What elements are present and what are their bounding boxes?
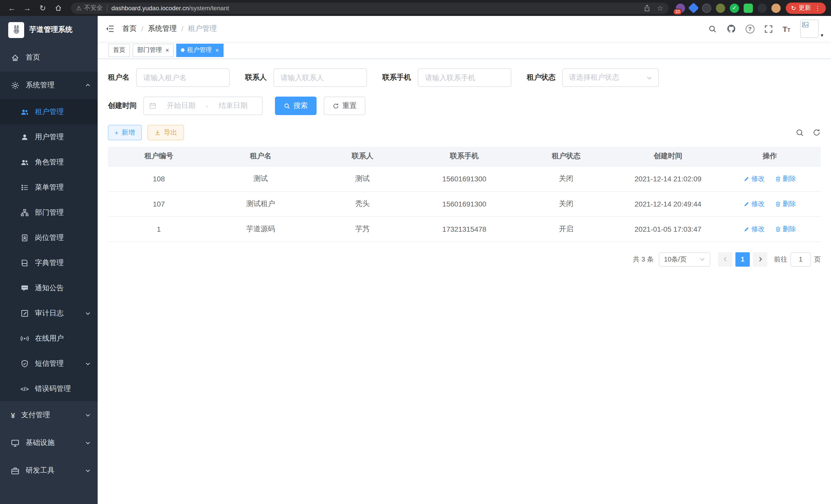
page-size-select[interactable]: 10条/页 [659, 252, 710, 266]
cell-tenant-name: 芋道源码 [210, 216, 311, 241]
extension-icon[interactable]: ✓ [730, 3, 739, 12]
org-chart-icon [21, 208, 29, 216]
sidebar-item-error-code-management[interactable]: </> 错误码管理 [0, 376, 98, 401]
tab-tenant-management[interactable]: 租户管理 × [176, 43, 224, 57]
browser-forward-button[interactable]: → [21, 1, 34, 14]
browser-update-button[interactable]: ↻ 更新 ⋮ [786, 2, 826, 13]
toggle-search-icon[interactable] [796, 128, 804, 137]
export-button[interactable]: 导出 [147, 125, 184, 140]
url-text: dashboard.yudao.iocoder.cn/system/tenant [112, 4, 229, 11]
delete-link[interactable]: 删除 [775, 199, 796, 208]
create-time-range-picker[interactable]: 开始日期 - 结束日期 [143, 97, 263, 115]
edit-link[interactable]: 修改 [744, 224, 765, 234]
avatar-image-placeholder [800, 20, 819, 38]
add-button[interactable]: + 新增 [108, 125, 142, 140]
browser-reload-button[interactable]: ↻ [36, 1, 49, 14]
extension-icon[interactable] [757, 3, 767, 12]
header-search-icon[interactable] [708, 24, 717, 33]
sidebar-item-dict-management[interactable]: 字典管理 [0, 250, 98, 275]
status-select[interactable]: 请选择租户状态 [562, 68, 659, 87]
breadcrumb-separator: / [181, 25, 183, 33]
edit-link[interactable]: 修改 [744, 199, 765, 208]
phone-input[interactable] [418, 68, 511, 87]
search-button[interactable]: 搜索 [275, 97, 317, 115]
calendar-icon [149, 102, 156, 110]
browser-menu-icon[interactable]: ⋮ [814, 4, 821, 11]
browser-home-button[interactable] [51, 1, 65, 14]
id-badge-icon [21, 234, 29, 242]
sidebar-item-audit-log[interactable]: 审计日志 [0, 301, 98, 326]
font-size-icon[interactable]: TT [782, 24, 791, 33]
tab-dept-management[interactable]: 部门管理 × [133, 43, 174, 57]
prev-page-button[interactable] [718, 252, 732, 266]
extension-icon[interactable] [716, 3, 725, 12]
tab-close-icon[interactable]: × [166, 47, 169, 53]
goto-page-input[interactable] [791, 252, 811, 266]
edit-icon [744, 201, 750, 207]
extension-icon[interactable] [688, 3, 699, 13]
browser-back-button[interactable]: ← [5, 1, 19, 14]
monitor-icon [11, 439, 20, 447]
sidebar-item-label: 角色管理 [35, 157, 64, 167]
edit-link[interactable]: 修改 [744, 174, 765, 183]
sidebar-item-payment-management[interactable]: ¥ 支付管理 [0, 401, 98, 429]
address-divider [107, 5, 107, 11]
url-path: /system/tenant [189, 4, 229, 11]
sidebar-item-dev-tools[interactable]: 研发工具 [0, 457, 98, 484]
delete-link[interactable]: 删除 [775, 174, 796, 183]
bookmark-star-icon[interactable]: ☆ [657, 4, 663, 12]
extension-icon[interactable] [771, 3, 781, 12]
sidebar-item-label: 错误码管理 [35, 384, 71, 393]
address-bar[interactable]: ⚠ 不安全 dashboard.yudao.iocoder.cn/system/… [71, 2, 668, 13]
tab-home[interactable]: 首页 [109, 43, 130, 57]
app-logo[interactable]: 芋道管理系统 [0, 16, 98, 44]
search-icon [284, 102, 290, 109]
sidebar-item-infrastructure[interactable]: 基础设施 [0, 429, 98, 457]
sidebar-item-home[interactable]: 首页 [0, 44, 98, 71]
fullscreen-icon[interactable] [764, 24, 773, 33]
extension-icon[interactable] [744, 3, 753, 12]
tab-close-icon[interactable]: × [215, 47, 219, 53]
extension-icon[interactable] [702, 3, 711, 12]
sidebar-item-online-users[interactable]: 在线用户 [0, 326, 98, 351]
delete-link[interactable]: 删除 [775, 224, 796, 234]
sidebar-item-tenant-management[interactable]: 租户管理 [0, 99, 98, 124]
home-icon [11, 53, 20, 62]
sidebar-toggle-button[interactable] [105, 24, 115, 33]
sidebar-item-menu-management[interactable]: 菜单管理 [0, 175, 98, 200]
tags-view: 首页 部门管理 × 租户管理 × [98, 41, 831, 59]
breadcrumb-item[interactable]: 系统管理 [148, 24, 177, 33]
sidebar-item-notice[interactable]: 通知公告 [0, 275, 98, 301]
share-icon[interactable] [644, 4, 651, 11]
contact-input[interactable] [274, 68, 367, 87]
page-number-button[interactable]: 1 [736, 252, 750, 266]
broken-image-icon [802, 21, 809, 28]
cell-operations: 修改 删除 [719, 166, 821, 191]
sidebar-item-dept-management[interactable]: 部门管理 [0, 200, 98, 225]
cell-created: 2021-12-14 20:49:44 [617, 191, 719, 216]
sidebar-item-role-management[interactable]: 角色管理 [0, 149, 98, 175]
column-header: 租户名 [210, 147, 311, 166]
extension-icon[interactable]: 10 [676, 3, 685, 12]
system-submenu: 租户管理 用户管理 角色管理 菜单管理 部门管理 [0, 99, 98, 401]
sidebar-item-system-management[interactable]: 系统管理 [0, 71, 98, 99]
roles-icon [21, 158, 29, 166]
breadcrumb-item[interactable]: 首页 [122, 24, 137, 33]
end-date-placeholder: 结束日期 [209, 101, 257, 111]
reset-button[interactable]: 重置 [324, 97, 365, 115]
plus-icon: + [115, 129, 118, 137]
tenant-name-input[interactable] [136, 68, 230, 87]
help-icon[interactable]: ? [745, 24, 754, 33]
column-header: 租户状态 [515, 147, 617, 166]
status-label: 租户状态 [527, 73, 555, 82]
next-page-button[interactable] [753, 252, 767, 266]
sidebar-item-sms-management[interactable]: 短信管理 [0, 351, 98, 376]
add-button-label: 新增 [121, 128, 135, 137]
sidebar-item-user-management[interactable]: 用户管理 [0, 124, 98, 149]
screen: ← → ↻ ⚠ 不安全 dashboard.yudao.iocoder.cn/s… [0, 0, 831, 504]
cell-operations: 修改 删除 [719, 216, 821, 241]
user-avatar[interactable]: ▾ [800, 20, 823, 38]
refresh-table-icon[interactable] [812, 128, 821, 137]
github-icon[interactable] [726, 24, 736, 33]
sidebar-item-post-management[interactable]: 岗位管理 [0, 225, 98, 250]
